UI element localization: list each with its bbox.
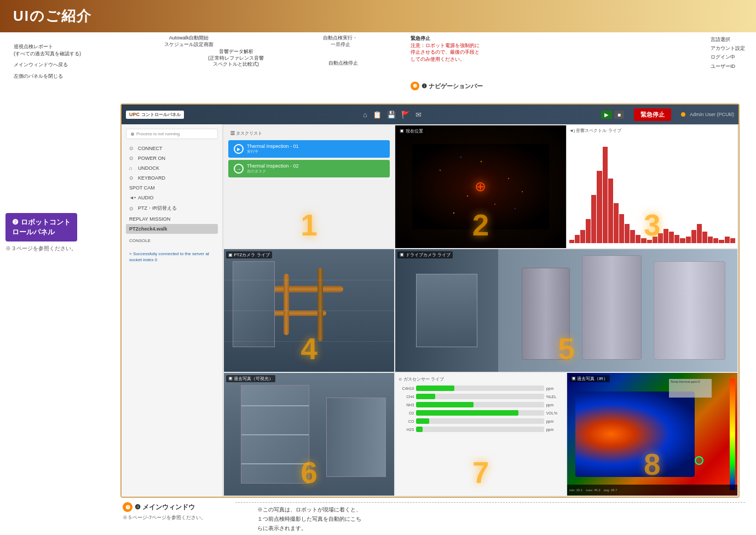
scaffold-level-1	[241, 405, 309, 406]
navigation-bar: UPC コントロールパネル ⌂ 📋 💾 🚩 ✉ ▶ ■ 緊急停止 A	[122, 105, 738, 124]
spectrum-chart	[567, 134, 737, 245]
main-window-badge-row: ❹ ❹ メインウィンドウ	[123, 502, 230, 512]
thermal-body	[575, 392, 695, 478]
stop-button[interactable]: ■	[614, 111, 624, 119]
main-window-label: ❹ ❹ メインウィンドウ ※５ページ-7ページを参照ください。	[120, 502, 230, 521]
logo: UPC コントロールパネル	[126, 111, 184, 119]
sound-analysis-label: 音響データ解析 (正常時レファレンス音響 スペクトルと比較式)	[208, 49, 264, 68]
spectrum-bar	[708, 237, 713, 243]
gas-unit: ppm	[546, 419, 563, 423]
nav-right: Admin User (PCUkl)	[681, 112, 734, 117]
book-icon[interactable]: 📋	[373, 111, 382, 119]
gas-label-text: C4H10	[399, 387, 414, 390]
user-display: Admin User (PCUkl)	[690, 112, 734, 117]
home-icon[interactable]: ⌂	[363, 111, 367, 119]
industrial-scene	[224, 373, 394, 496]
nav-badge-container: ❶ ❶ ナビゲーションバー	[411, 82, 483, 90]
keyboard-icon: ⊙	[129, 175, 136, 181]
menu-audio[interactable]: ◄• AUDIO	[126, 193, 218, 203]
menu-spot-cam[interactable]: SPOT CAM	[126, 183, 218, 193]
menu-ptz-ir[interactable]: ⊙ PTZ・IR切替える	[126, 203, 218, 214]
save-icon[interactable]: 💾	[387, 111, 396, 119]
point-cloud-dots	[412, 144, 549, 230]
spectrum-bar	[658, 233, 663, 243]
gas-bar-fill	[416, 410, 518, 416]
panel-number-7: 7	[472, 455, 489, 490]
gas-panel: ⊙ ガスセンサー ライブ C4H10 ppm CH4 %LEL NH3 ppm …	[395, 373, 565, 496]
menu-power-on[interactable]: ⊙ POWER ON	[126, 153, 218, 163]
gas-bar-container	[416, 386, 544, 391]
bottom-center-note: ※この写真は、ロボットが現場に着くと、 １つ前点検時撮影した写真を自動的にこち …	[235, 502, 745, 533]
gas-row: CH4 %LEL	[399, 394, 562, 399]
gas-row: NH3 ppm	[399, 402, 562, 407]
spectrum-bar	[725, 237, 730, 243]
spectrum-bar	[730, 238, 735, 243]
panels-grid: ☰ タスクリスト ▶ Thermal Inspection - 01 実行中	[223, 124, 738, 497]
menu-ptzcheck[interactable]: PTZcheck4.walk	[126, 224, 218, 234]
panel-number-1: 1	[301, 208, 318, 243]
bottom-labels: ❹ ❹ メインウィンドウ ※５ページ-7ページを参照ください。 ※この写真は、ロ…	[120, 498, 745, 535]
spectrum-bar	[663, 229, 668, 243]
task-list-panel: ☰ タスクリスト ▶ Thermal Inspection - 01 実行中	[224, 125, 394, 248]
robot-panel-note: ※３ページを参照ください。	[5, 245, 77, 252]
emergency-button[interactable]: 緊急停止	[634, 108, 671, 121]
back-main-label: メインウィンドウへ戻る	[14, 61, 115, 68]
task-play-icon: ▶	[234, 144, 244, 154]
emergency-annot: 緊急停止 注意：ロボット電源を強制的に 停止させるので、最後の手段と してのみ使…	[411, 35, 480, 62]
tanks-area	[498, 249, 737, 372]
spectrum-bar	[614, 203, 619, 244]
spectrum-bar	[580, 230, 585, 243]
ir-bottom-bar: min: 20.1 max: 45.3 avg: 28.7	[567, 485, 737, 496]
menu-connect[interactable]: ⊙ CONNECT	[126, 143, 218, 153]
ptz-label: ▣ PTZカメラ ライブ	[226, 251, 272, 258]
gas-bar-container	[416, 394, 544, 399]
position-content: ⊕	[395, 125, 565, 248]
gas-row: CO ppm	[399, 418, 562, 424]
task-2-content: Thermal Inspection - 02 次のタスク	[247, 163, 299, 174]
gas-readings: C4H10 ppm CH4 %LEL NH3 ppm O2 VOL% CO	[399, 386, 562, 432]
patrol-report-label: 巡視点検レポート (すべての過去写真を確認する)	[14, 43, 115, 57]
gas-row: C4H10 ppm	[399, 386, 562, 391]
task-item-2: → Thermal Inspection - 02 次のタスク	[228, 160, 390, 177]
gas-unit: %LEL	[546, 395, 563, 399]
spectrum-bar	[647, 240, 652, 243]
spectrum-bar	[669, 232, 674, 243]
task-item-1: ▶ Thermal Inspection - 01 実行中	[228, 140, 390, 158]
play-button[interactable]: ▶	[601, 111, 612, 119]
grid-line-1	[224, 280, 394, 280]
close-panel-label: 左側のパネルを閉じる	[14, 73, 115, 80]
gas-bar-fill	[416, 418, 429, 424]
ptz-icon: ⊙	[129, 206, 136, 211]
gas-bar-fill	[416, 394, 435, 399]
gas-label-text: CH4	[399, 395, 414, 399]
spectrum-bar	[680, 238, 685, 243]
gas-row: H2S ppm	[399, 427, 562, 432]
content-row: Process is not running ⊙ CONNECT ⊙ POWER…	[122, 124, 738, 497]
nav-playback-controls: ▶ ■	[601, 111, 624, 119]
gas-unit: ppm	[546, 387, 563, 390]
scaffold-structure	[241, 385, 309, 483]
spectrum-bar	[575, 235, 580, 243]
main-window-note: ※５ページ-7ページを参照ください。	[123, 514, 230, 521]
grid-line-2	[224, 310, 394, 311]
tank-2	[582, 255, 642, 359]
menu-keyboard[interactable]: ⊙ KEYBOARD	[126, 173, 218, 183]
ir-image-content: Temp.Normal ppm:0 min: 20.1 max: 45.3 av…	[567, 373, 737, 496]
flag-icon[interactable]: 🚩	[401, 111, 410, 119]
spectrum-bar	[674, 235, 679, 243]
menu-undock[interactable]: ⌂ UNDOCK	[126, 163, 218, 173]
envelope-icon[interactable]: ✉	[415, 111, 422, 119]
past-ir-panel: ▣ 過去写真（IR） Temp.Normal ppm:0 min: 20	[567, 373, 737, 496]
console-label: CONSOLE	[126, 236, 218, 245]
gas-bar-container	[416, 402, 544, 407]
auto-inspect-label: 自動点検実行・ 一旦停止	[323, 35, 357, 48]
position-panel: ▣ 現在位置 ⊕	[395, 125, 565, 248]
drive-panel: ▣ ドライブカメラ ライブ	[395, 249, 737, 372]
past-ir-label: ▣ 過去写真（IR）	[569, 375, 610, 382]
gas-bar-fill	[416, 386, 454, 391]
spectrum-bar	[713, 238, 718, 243]
past-vis-label: ▣ 過去写真（可視光）	[226, 375, 275, 382]
spectrum-bar	[597, 171, 602, 243]
menu-replay[interactable]: REPLAY MISSION	[126, 214, 218, 224]
left-annotations: 巡視点検レポート (すべての過去写真を確認する) メインウィンドウへ戻る 左側の…	[14, 43, 115, 80]
